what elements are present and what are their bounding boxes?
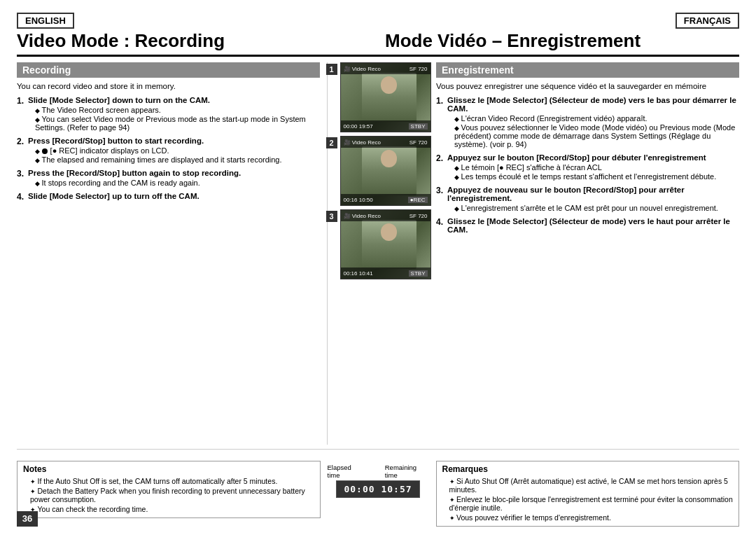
- step-2-bullet-0: [● REC] indicator displays on LCD.: [28, 146, 320, 155]
- right-step-4-title: Glissez le [Mode Selector] (Sélecteur de…: [447, 217, 739, 234]
- cam-bottom-bar-3: 00:16 10:41 STBY: [341, 268, 430, 279]
- left-intro: You can record video and store it in mem…: [17, 82, 320, 90]
- right-step-3-num: 3.: [436, 186, 447, 213]
- remarques-title: Remarques: [442, 464, 734, 474]
- francais-tab: FRANÇAIS: [676, 13, 739, 29]
- cam-image-row-3: 3 🎥 Video Reco SF 720 00:16 10:41 STBY: [326, 209, 431, 279]
- right-intro: Vous pouvez enregistrer une séquence vid…: [436, 82, 739, 90]
- page-number: 36: [17, 511, 38, 527]
- step-1-bullet-0: The Video Record screen appears.: [28, 106, 320, 114]
- step-2-num: 2.: [17, 137, 28, 165]
- center-column: 1 🎥 Video Reco SF 720 00:00 19:57 STBY: [328, 62, 429, 445]
- cam-top-bar-3: 🎥 Video Reco SF 720: [341, 210, 430, 221]
- left-section-header: Recording: [17, 62, 320, 78]
- right-section-header: Enregistrement: [436, 62, 739, 78]
- main-title-row: Video Mode : Recording Mode Vidéo – Enre…: [17, 30, 739, 57]
- left-step-2: 2. Press [Record/Stop] button to start r…: [17, 137, 320, 165]
- right-step-3-bullet-0: L'enregistrement s'arrête et le CAM est …: [447, 204, 739, 212]
- time-display-wrap: Elapsed time Remaining time 00:00 10:57: [328, 464, 429, 498]
- step-2-bullet-1: The elapsed and remaining times are disp…: [28, 155, 320, 164]
- cam-bottom-bar-2: 00:16 10:50 ●REC: [341, 194, 430, 205]
- remarques-item-1: Enlevez le bloc-pile lorsque l'enregistr…: [442, 495, 734, 512]
- right-step-2-bullet-0: Le témoin [● REC] s'affiche à l'écran AC…: [447, 163, 739, 172]
- step-1-title: Slide [Mode Selector] down to turn on th…: [28, 96, 320, 104]
- step-4-title: Slide [Mode Selector] up to turn off the…: [28, 192, 320, 200]
- cam-image-row-2: 2 🎥 Video Reco SF 720 00:16 10:50 ●REC: [326, 136, 431, 206]
- left-step-4: 4. Slide [Mode Selector] up to turn off …: [17, 192, 320, 202]
- right-step-2-content: Appuyez sur le bouton [Record/Stop] pour…: [447, 153, 739, 181]
- time-display-section: Elapsed time Remaining time 00:00 10:57: [328, 455, 429, 527]
- left-step-1: 1. Slide [Mode Selector] down to turn on…: [17, 96, 320, 132]
- step-3-title: Press the [Record/Stop] button again to …: [28, 169, 320, 177]
- notes-item-0: If the Auto Shut Off is set, the CAM tur…: [23, 477, 314, 485]
- remarques-section: Remarques Si Auto Shut Off (Arrêt automa…: [436, 455, 740, 527]
- step-1-content: Slide [Mode Selector] down to turn on th…: [28, 96, 320, 132]
- remarques-item-0: Si Auto Shut Off (Arrêt automatique) est…: [442, 477, 734, 494]
- left-column: Recording You can record video and store…: [17, 62, 328, 445]
- time-display-value: 00:00 10:57: [336, 480, 419, 498]
- right-step-2-bullet-1: Les temps écoulé et le temps restant s'a…: [447, 172, 739, 181]
- remarques-item-2: Vous pouvez vérifier le temps d'enregist…: [442, 513, 734, 522]
- right-step-4-num: 4.: [436, 217, 447, 235]
- notes-box: Notes If the Auto Shut Off is set, the C…: [17, 461, 321, 518]
- cam-bottom-bar-1: 00:00 19:57 STBY: [341, 120, 430, 132]
- notes-item-2: You can check the recording time.: [23, 505, 314, 513]
- right-step-3: 3. Appuyez de nouveau sur le bouton [Rec…: [436, 186, 739, 213]
- right-step-1-bullet-1: Vous pouvez sélectionner le Video mode (…: [447, 123, 739, 148]
- step-4-content: Slide [Mode Selector] up to turn off the…: [28, 192, 320, 202]
- notes-section: Notes If the Auto Shut Off is set, the C…: [17, 455, 321, 527]
- right-step-1-title: Glissez le [Mode Selector] (Sélecteur de…: [447, 96, 739, 113]
- right-step-4: 4. Glissez le [Mode Selector] (Sélecteur…: [436, 217, 739, 235]
- cam-badge-3: 3: [326, 211, 337, 222]
- step-2-content: Press [Record/Stop] button to start reco…: [28, 137, 320, 165]
- right-step-3-title: Appuyez de nouveau sur le bouton [Record…: [447, 186, 739, 202]
- right-column: Enregistrement Vous pouvez enregistrer u…: [429, 62, 739, 445]
- title-right: Mode Vidéo – Enregistrement: [371, 30, 739, 52]
- step-3-content: Press the [Record/Stop] button again to …: [28, 169, 320, 188]
- step-1-bullet-1: You can select Video mode or Previous mo…: [28, 115, 320, 132]
- right-step-3-content: Appuyez de nouveau sur le bouton [Record…: [447, 186, 739, 213]
- english-tab: ENGLISH: [17, 13, 74, 29]
- cam-top-bar-2: 🎥 Video Reco SF 720: [341, 137, 430, 148]
- lang-tabs: ENGLISH FRANÇAIS: [17, 13, 739, 29]
- notes-item-1: Detach the Battery Pack when you finish …: [23, 487, 314, 503]
- cam-frame-3: 🎥 Video Reco SF 720 00:16 10:41 STBY: [340, 209, 431, 279]
- left-step-3: 3. Press the [Record/Stop] button again …: [17, 169, 320, 188]
- bottom-section: Notes If the Auto Shut Off is set, the C…: [17, 449, 739, 527]
- step-4-num: 4.: [17, 192, 28, 202]
- step-2-title: Press [Record/Stop] button to start reco…: [28, 137, 320, 145]
- elapsed-label: Elapsed time: [328, 464, 364, 479]
- notes-title: Notes: [23, 464, 314, 474]
- right-step-2: 2. Appuyez sur le bouton [Record/Stop] p…: [436, 153, 739, 181]
- cam-top-bar-1: 🎥 Video Reco SF 720: [341, 63, 430, 74]
- cam-frame-2: 🎥 Video Reco SF 720 00:16 10:50 ●REC: [340, 136, 431, 206]
- cam-badge-2: 2: [326, 137, 337, 148]
- right-step-1: 1. Glissez le [Mode Selector] (Sélecteur…: [436, 96, 739, 149]
- right-step-4-content: Glissez le [Mode Selector] (Sélecteur de…: [447, 217, 739, 235]
- right-step-1-num: 1.: [436, 96, 447, 149]
- step-3-num: 3.: [17, 169, 28, 188]
- step-3-bullet-0: It stops recording and the CAM is ready …: [28, 179, 320, 187]
- remarques-box: Remarques Si Auto Shut Off (Arrêt automa…: [436, 461, 740, 527]
- title-left: Video Mode : Recording: [17, 30, 371, 52]
- cam-frame-1: 🎥 Video Reco SF 720 00:00 19:57 STBY: [340, 62, 431, 132]
- time-labels: Elapsed time Remaining time: [328, 464, 429, 479]
- right-step-2-num: 2.: [436, 153, 447, 181]
- step-1-num: 1.: [17, 96, 28, 132]
- right-step-2-title: Appuyez sur le bouton [Record/Stop] pour…: [447, 153, 739, 162]
- remaining-label: Remaining time: [385, 464, 429, 479]
- right-step-1-bullet-0: L'écran Video Record (Enregistrement vid…: [447, 114, 739, 123]
- cam-badge-1: 1: [326, 64, 337, 75]
- cam-image-row-1: 1 🎥 Video Reco SF 720 00:00 19:57 STBY: [326, 62, 431, 132]
- content-columns: Recording You can record video and store…: [17, 62, 739, 445]
- right-step-1-content: Glissez le [Mode Selector] (Sélecteur de…: [447, 96, 739, 149]
